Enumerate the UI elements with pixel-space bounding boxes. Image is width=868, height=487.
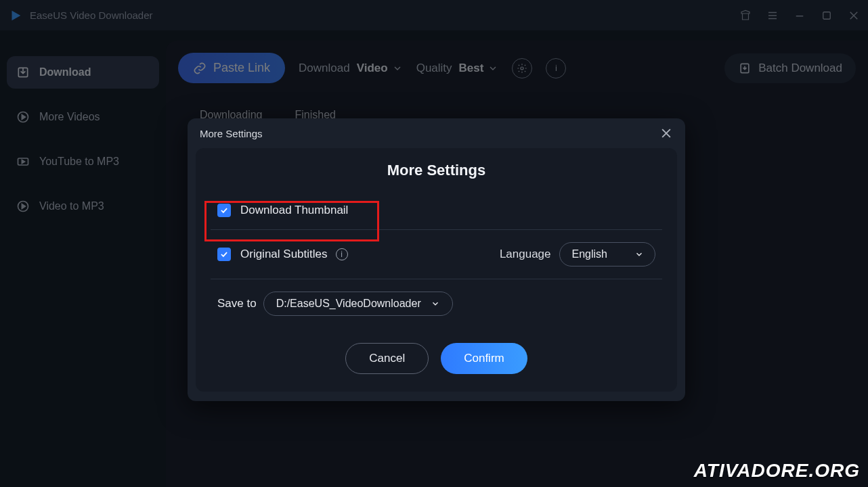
subtitles-checkbox[interactable]: [217, 248, 231, 261]
subtitles-info-button[interactable]: i: [336, 248, 348, 260]
info-icon: i: [341, 250, 343, 259]
cancel-button[interactable]: Cancel: [345, 343, 429, 374]
setting-row-subtitles: Original Subtitles i Language English: [211, 229, 662, 279]
settings-group: Download Thumbnail Original Subtitles i …: [211, 191, 662, 328]
setting-row-save-to: Save to D:/EaseUS_VideoDownloader: [211, 279, 662, 328]
chevron-down-icon: [634, 250, 644, 259]
save-to-select[interactable]: D:/EaseUS_VideoDownloader: [263, 292, 453, 316]
check-icon: [219, 250, 229, 259]
language-select[interactable]: English: [559, 242, 655, 266]
chevron-down-icon: [431, 299, 440, 308]
modal-header-title: More Settings: [200, 128, 263, 139]
modal-body-title: More Settings: [211, 162, 662, 179]
modal-close-button[interactable]: [659, 126, 673, 140]
language-value: English: [572, 248, 607, 260]
save-to-value: D:/EaseUS_VideoDownloader: [276, 298, 421, 310]
modal-body: More Settings Download Thumbnail Origina…: [196, 148, 677, 392]
modal-header: More Settings: [188, 118, 685, 148]
close-icon: [659, 126, 673, 140]
thumbnail-label: Download Thumbnail: [240, 204, 348, 217]
modal-actions: Cancel Confirm: [211, 343, 662, 374]
setting-row-thumbnail: Download Thumbnail: [211, 191, 662, 229]
subtitles-label: Original Subtitles: [240, 248, 328, 261]
confirm-button[interactable]: Confirm: [441, 343, 527, 374]
modal-backdrop: More Settings More Settings Download Thu…: [0, 0, 868, 487]
watermark: ATIVADORE.ORG: [694, 460, 860, 482]
language-label: Language: [500, 248, 551, 261]
more-settings-modal: More Settings More Settings Download Thu…: [188, 118, 685, 401]
thumbnail-checkbox[interactable]: [217, 204, 231, 217]
save-to-label: Save to: [217, 297, 257, 310]
check-icon: [219, 206, 229, 215]
